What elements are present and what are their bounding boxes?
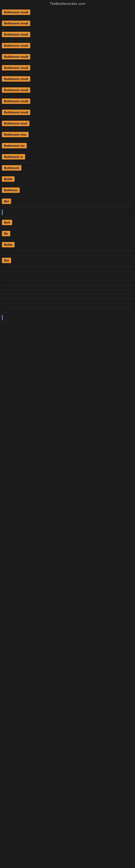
list-item: Bo	[1, 229, 134, 240]
bottleneck-badge: Bo	[2, 231, 10, 236]
bottleneck-badge: Bottleneck re	[2, 154, 25, 159]
bottleneck-badge: Bottleneck result	[2, 32, 30, 37]
list-item: Bottleneck result	[1, 74, 134, 85]
bottleneck-badge: Bottle	[2, 242, 14, 247]
bottleneck-badge: Bottleneck resul	[2, 121, 30, 126]
list-item: Bottleneck result	[1, 7, 134, 19]
list-item	[1, 276, 134, 280]
bottleneck-badge: Bottleneck result	[2, 98, 30, 104]
list-item: Bottleneck res	[1, 141, 134, 152]
bottleneck-badge: Bottleneck res	[2, 143, 27, 148]
list-item: Bottleneck result	[1, 85, 134, 96]
list-item: Bottleneck result	[1, 96, 134, 107]
list-item	[1, 271, 134, 276]
list-item: Bottleneck resul	[1, 119, 134, 130]
list-item: Bottle	[1, 174, 134, 185]
list-item: Bottleneck result	[1, 41, 134, 52]
bottleneck-badge: Bottleneck result	[2, 43, 30, 48]
list-item: Bottleneck result	[1, 52, 134, 63]
site-title: TheBottlenecker.com	[0, 0, 135, 7]
list-item: Bottleneck re	[1, 152, 134, 163]
bottleneck-badge: Bottleneck result	[2, 76, 30, 82]
cursor-bar	[2, 210, 3, 215]
list-item: Bottleneck result	[1, 107, 134, 119]
items-container: Bottleneck resultBottleneck resultBottle…	[0, 7, 135, 323]
list-item	[1, 299, 134, 304]
list-item	[1, 267, 134, 271]
bottleneck-badge: Bottleneck result	[2, 9, 30, 15]
list-item: Bot	[1, 255, 134, 267]
bottleneck-badge: Bottleneck resu	[2, 132, 29, 137]
bottleneck-badge: Bot	[2, 258, 11, 263]
list-item: Bottleneck resu	[1, 130, 134, 141]
list-item: Bottleneck result	[1, 19, 134, 30]
bottleneck-badge: Bottleneck	[2, 165, 21, 170]
bottleneck-badge: Bottleneck result	[2, 110, 30, 115]
bottleneck-badge: Bottle	[2, 176, 14, 182]
bottleneck-badge: Bott	[2, 220, 12, 225]
cursor-bar	[2, 315, 3, 320]
list-item: Bottleneck	[1, 163, 134, 174]
list-item: Bottleneck result	[1, 30, 134, 41]
list-item: Bott	[1, 218, 134, 229]
list-item	[1, 308, 134, 313]
list-item	[1, 251, 134, 255]
bottleneck-badge: Bottleneck result	[2, 21, 30, 26]
list-item	[1, 294, 134, 299]
bottleneck-badge: Bot	[2, 198, 11, 204]
bottleneck-badge: Bottleneck result	[2, 65, 30, 70]
list-item	[1, 304, 134, 308]
list-item	[1, 208, 134, 218]
list-item: Bottle	[1, 240, 134, 251]
bottleneck-badge: Bottlenec	[2, 187, 20, 193]
bottleneck-badge: Bottleneck result	[2, 87, 30, 93]
list-item	[1, 313, 134, 323]
list-item: Bottlenec	[1, 185, 134, 196]
bottleneck-badge: Bottleneck result	[2, 54, 30, 59]
list-item	[1, 290, 134, 294]
list-item: Bot	[1, 196, 134, 208]
list-item	[1, 280, 134, 285]
list-item	[1, 285, 134, 290]
list-item: Bottleneck result	[1, 63, 134, 74]
